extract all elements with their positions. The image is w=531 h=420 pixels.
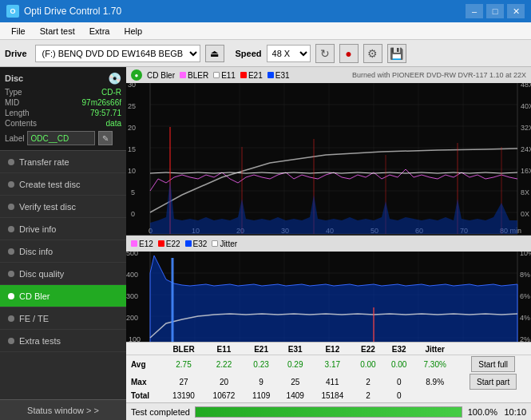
chart-container: ● CD Bler BLER E11 E21 — [126, 67, 531, 342]
menu-start-test[interactable]: Start test — [34, 25, 81, 38]
close-button[interactable]: ✕ — [507, 4, 525, 18]
svg-text:300: 300 — [126, 292, 138, 300]
total-e22: 2 — [353, 390, 384, 401]
svg-text:8X: 8X — [521, 188, 529, 196]
total-bler: 13190 — [164, 390, 204, 401]
legend-e11-dot — [213, 72, 220, 78]
main-content: ● CD Bler BLER E11 E21 — [126, 67, 531, 420]
chart-bottom-titlebar: E12 E22 E32 Jitter — [126, 236, 531, 252]
svg-text:100: 100 — [129, 335, 141, 342]
table-row: Max 27 20 9 25 411 2 0 8.9% Start part — [126, 373, 531, 390]
disc-info-panel: Disc 💿 Type CD-R MID 97m26s66f Length 79… — [0, 67, 126, 151]
progress-percent: 100.0% — [467, 407, 497, 417]
legend-e32: E32 — [185, 240, 208, 248]
nav-verify-test-disc[interactable]: Verify test disc — [0, 196, 126, 218]
disc-icon: 💿 — [108, 72, 121, 85]
total-e21: 1109 — [244, 390, 279, 401]
svg-text:16X: 16X — [521, 167, 531, 175]
legend-e21: E21 — [240, 71, 263, 80]
col-label — [126, 344, 164, 355]
nav-fe-te-label: FE / TE — [19, 314, 49, 323]
col-e12: E12 — [312, 344, 353, 355]
save-button[interactable]: 💾 — [387, 44, 406, 63]
max-e12: 411 — [312, 373, 353, 390]
settings-button[interactable]: ⚙ — [363, 44, 382, 63]
toolbar: Drive (F:) BENQ DVD DD EW164B BEGB ⏏ Spe… — [0, 40, 531, 67]
legend-e11: E11 — [213, 71, 236, 80]
progress-bar-area: Test completed 100.0% 10:10 — [126, 402, 531, 420]
contents-label: Contents — [5, 119, 37, 128]
mid-label: MID — [5, 98, 19, 107]
svg-text:15: 15 — [128, 145, 136, 153]
legend-e22-label: E22 — [166, 240, 180, 248]
start-full-button[interactable]: Start full — [471, 356, 515, 372]
start-part-button[interactable]: Start part — [470, 374, 517, 390]
avg-e12: 3.17 — [312, 355, 353, 374]
progress-time: 10:10 — [502, 407, 526, 417]
max-e11: 20 — [204, 373, 244, 390]
progress-fill — [196, 407, 462, 417]
col-e11: E11 — [204, 344, 244, 355]
nav-create-test-disc[interactable]: Create test disc — [0, 173, 126, 196]
max-jitter: 8.9% — [414, 373, 455, 390]
total-jitter — [414, 390, 455, 401]
nav-disc-info[interactable]: Disc info — [0, 240, 126, 263]
menu-extra[interactable]: Extra — [83, 25, 117, 38]
svg-text:25: 25 — [128, 102, 136, 110]
avg-e22: 0.00 — [353, 355, 384, 374]
menu-file[interactable]: File — [5, 25, 32, 38]
nav-fe-te[interactable]: FE / TE — [0, 307, 126, 330]
minimize-button[interactable]: – — [466, 4, 483, 18]
svg-text:500: 500 — [126, 252, 138, 257]
nav-transfer-rate[interactable]: Transfer rate — [0, 151, 126, 173]
svg-text:40X: 40X — [521, 102, 531, 110]
avg-label: Avg — [126, 355, 164, 374]
svg-text:200: 200 — [126, 314, 138, 322]
record-button[interactable]: ● — [339, 44, 359, 63]
nav-drive-info[interactable]: Drive info — [0, 218, 126, 240]
label-key: Label — [5, 134, 24, 143]
svg-text:0: 0 — [131, 210, 135, 218]
drive-label: Drive — [5, 49, 27, 58]
total-btn-cell — [455, 390, 531, 401]
total-e12: 15184 — [312, 390, 353, 401]
chart-top: ● CD Bler BLER E11 E21 — [126, 67, 531, 236]
legend-e12-label: E12 — [139, 240, 153, 248]
svg-text:30: 30 — [128, 83, 136, 89]
maximize-button[interactable]: □ — [486, 4, 504, 18]
label-input[interactable] — [27, 131, 95, 145]
col-e22: E22 — [353, 344, 384, 355]
type-value: CD-R — [101, 88, 121, 97]
nav-verify-test-disc-label: Verify test disc — [19, 202, 76, 212]
nav-drive-info-label: Drive info — [19, 224, 56, 234]
status-window-button[interactable]: Status window > > — [0, 399, 126, 420]
nav-transfer-rate-label: Transfer rate — [19, 157, 69, 167]
legend-e31: E31 — [267, 71, 290, 80]
disc-panel-title: Disc — [5, 73, 23, 83]
legend-e11-label: E11 — [221, 71, 236, 80]
max-bler: 27 — [164, 373, 204, 390]
nav-create-test-disc-label: Create test disc — [19, 180, 80, 189]
sidebar-nav: Transfer rate Create test disc Verify te… — [0, 151, 126, 399]
nav-extra-tests[interactable]: Extra tests — [0, 330, 126, 352]
sidebar: Disc 💿 Type CD-R MID 97m26s66f Length 79… — [0, 67, 126, 420]
app-title: Opti Drive Control 1.70 — [24, 6, 121, 17]
refresh-button[interactable]: ↻ — [315, 44, 335, 63]
nav-disc-quality-label: Disc quality — [19, 269, 64, 279]
legend-e21-dot — [240, 72, 247, 78]
svg-text:2%: 2% — [520, 335, 530, 342]
speed-label: Speed — [236, 49, 262, 58]
svg-text:400: 400 — [126, 271, 138, 279]
menu-help[interactable]: Help — [117, 25, 149, 38]
titlebar: O Opti Drive Control 1.70 – □ ✕ — [0, 0, 531, 22]
nav-cd-bler-label: CD Bler — [19, 291, 50, 301]
nav-disc-quality[interactable]: Disc quality — [0, 263, 126, 285]
svg-text:48X: 48X — [521, 83, 531, 89]
eject-button[interactable]: ⏏ — [205, 45, 224, 62]
start-part-cell: Start part — [455, 373, 531, 390]
drive-select[interactable]: (F:) BENQ DVD DD EW164B BEGB — [35, 45, 200, 62]
status-text: Test completed — [131, 407, 190, 417]
label-edit-button[interactable]: ✎ — [98, 131, 113, 145]
nav-cd-bler[interactable]: CD Bler — [0, 285, 126, 307]
speed-select[interactable]: 48 X — [267, 45, 311, 62]
